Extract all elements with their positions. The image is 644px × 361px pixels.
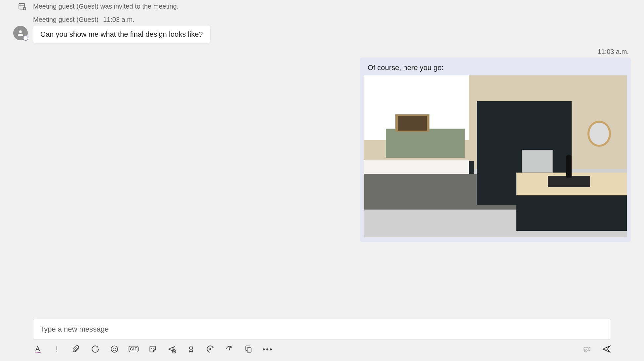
message-input[interactable]: Type a new message: [33, 319, 611, 340]
send-icon[interactable]: [602, 344, 611, 354]
svg-point-14: [209, 348, 211, 350]
system-event-text: Meeting guest (Guest) was invited to the…: [33, 3, 179, 10]
svg-point-7: [111, 346, 118, 352]
message-placeholder: Type a new message: [40, 325, 109, 333]
message-text: Can you show me what the final design lo…: [40, 30, 203, 38]
presence-indicator: [23, 36, 28, 41]
svg-point-15: [229, 348, 230, 350]
attach-icon[interactable]: [71, 344, 81, 354]
emoji-icon[interactable]: [110, 344, 119, 354]
copy-icon[interactable]: [244, 344, 253, 354]
svg-point-5: [19, 30, 22, 33]
video-clip-icon[interactable]: [583, 344, 592, 354]
person-icon: [17, 29, 24, 37]
svg-rect-16: [247, 348, 251, 352]
svg-point-10: [151, 348, 152, 349]
incoming-message[interactable]: Meeting guest (Guest) 11:03 a.m. Can you…: [13, 16, 631, 43]
calendar-add-icon: [18, 2, 26, 11]
svg-point-13: [189, 346, 193, 349]
sticker-icon[interactable]: [148, 344, 157, 354]
schedule-send-icon[interactable]: [167, 344, 177, 354]
outgoing-time: 11:03 a.m.: [597, 48, 629, 56]
loop-icon[interactable]: [91, 344, 100, 354]
outgoing-bubble[interactable]: Of course, here you go:: [360, 58, 631, 242]
gif-icon[interactable]: GIF: [129, 344, 138, 354]
image-attachment[interactable]: [364, 75, 627, 237]
priority-icon[interactable]: [52, 344, 61, 354]
svg-point-11: [153, 348, 154, 349]
chat-scroll-area[interactable]: Meeting guest (Guest) was invited to the…: [13, 0, 631, 315]
composer-toolbar: GIF: [33, 344, 611, 354]
system-event-row: Meeting guest (Guest) was invited to the…: [13, 2, 631, 11]
message-time: 11:03 a.m.: [103, 16, 135, 23]
sender-name: Meeting guest (Guest): [33, 16, 99, 23]
avatar[interactable]: [13, 26, 28, 40]
approval-icon[interactable]: [186, 344, 196, 354]
incoming-bubble[interactable]: Can you show me what the final design lo…: [33, 25, 210, 43]
more-icon[interactable]: •••: [263, 344, 272, 354]
viva-icon[interactable]: [206, 344, 215, 354]
svg-point-8: [113, 348, 114, 349]
format-icon[interactable]: [33, 344, 42, 354]
outgoing-text: Of course, here you go:: [360, 63, 631, 75]
composer: Type a new message: [13, 315, 631, 361]
updates-icon[interactable]: [225, 344, 234, 354]
svg-point-9: [115, 348, 116, 349]
